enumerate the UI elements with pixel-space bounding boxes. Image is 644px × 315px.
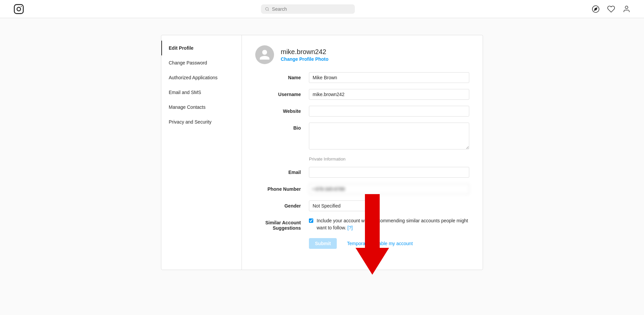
svg-point-2 <box>21 6 22 7</box>
username-input-wrap <box>309 89 469 100</box>
username-row: Username <box>255 89 469 100</box>
help-link[interactable]: [?] <box>347 225 353 230</box>
chevron-down-icon: ▾ <box>370 204 372 208</box>
similar-account-label: Similar Account Suggestions <box>255 217 309 231</box>
svg-point-1 <box>17 7 21 11</box>
username-label: Username <box>255 89 309 97</box>
search-input[interactable] <box>272 6 351 12</box>
email-row: Email <box>255 167 469 178</box>
bio-row: Bio <box>255 123 469 150</box>
avatar[interactable] <box>255 45 274 64</box>
email-label: Email <box>255 167 309 175</box>
svg-point-7 <box>625 6 628 9</box>
profile-icon[interactable] <box>623 5 631 13</box>
gender-row: Gender Not Specified ▾ <box>255 200 469 211</box>
edit-profile-form: mike.brown242 Change Profile Photo Name … <box>242 35 483 270</box>
similar-account-row: Similar Account Suggestions Include your… <box>255 217 469 231</box>
profile-username: mike.brown242 <box>281 48 326 55</box>
name-input[interactable] <box>309 72 469 83</box>
name-label: Name <box>255 72 309 80</box>
sidebar-item-privacy-security[interactable]: Privacy and Security <box>161 115 241 129</box>
email-input[interactable] <box>309 167 469 178</box>
gender-select-wrap: Not Specified ▾ <box>309 200 469 211</box>
sidebar-item-change-password[interactable]: Change Password <box>161 55 241 70</box>
compass-icon[interactable] <box>592 5 600 13</box>
email-input-wrap <box>309 167 469 178</box>
name-row: Name <box>255 72 469 83</box>
website-input[interactable] <box>309 106 469 117</box>
gender-select[interactable]: Not Specified ▾ <box>309 200 376 211</box>
search-bar[interactable] <box>261 4 355 14</box>
sidebar-item-authorized-apps[interactable]: Authorized Applications <box>161 70 241 85</box>
settings-sidebar: Edit Profile Change Password Authorized … <box>161 35 242 270</box>
disable-account-link[interactable]: Temporarily disable my account <box>347 241 413 246</box>
name-input-wrap <box>309 72 469 83</box>
instagram-logo[interactable] <box>13 4 24 14</box>
heart-icon[interactable] <box>607 5 615 13</box>
gender-label: Gender <box>255 200 309 209</box>
phone-input-wrap <box>309 184 469 194</box>
phone-label: Phone Number <box>255 184 309 192</box>
profile-info: mike.brown242 Change Profile Photo <box>281 48 328 62</box>
username-input[interactable] <box>309 89 469 100</box>
phone-input[interactable] <box>309 184 469 194</box>
svg-line-4 <box>268 10 269 10</box>
profile-header: mike.brown242 Change Profile Photo <box>255 45 469 64</box>
bio-input-wrap <box>309 123 469 150</box>
submit-button[interactable]: Submit <box>309 238 337 249</box>
submit-row: Submit Temporarily disable my account <box>255 238 469 249</box>
website-input-wrap <box>309 106 469 117</box>
sidebar-item-manage-contacts[interactable]: Manage Contacts <box>161 100 241 115</box>
svg-marker-6 <box>594 7 597 10</box>
similar-account-wrap: Include your account when recommending s… <box>309 217 469 231</box>
website-row: Website <box>255 106 469 117</box>
bio-label: Bio <box>255 123 309 131</box>
gender-value: Not Specified <box>313 203 370 209</box>
similar-account-checkbox-row: Include your account when recommending s… <box>309 217 469 231</box>
sidebar-item-edit-profile[interactable]: Edit Profile <box>161 41 241 55</box>
svg-point-3 <box>266 7 269 10</box>
change-photo-link[interactable]: Change Profile Photo <box>281 56 328 62</box>
phone-row: Phone Number <box>255 184 469 194</box>
bio-input[interactable] <box>309 123 469 149</box>
nav-icons <box>592 5 631 13</box>
similar-account-checkbox[interactable] <box>309 218 313 223</box>
website-label: Website <box>255 106 309 114</box>
settings-panel: Edit Profile Change Password Authorized … <box>161 35 483 270</box>
sidebar-item-email-sms[interactable]: Email and SMS <box>161 85 241 100</box>
similar-account-text: Include your account when recommending s… <box>317 217 469 231</box>
top-nav <box>0 0 644 18</box>
private-info-header: Private Information <box>255 156 469 162</box>
search-icon <box>265 7 269 11</box>
svg-rect-0 <box>14 4 23 13</box>
